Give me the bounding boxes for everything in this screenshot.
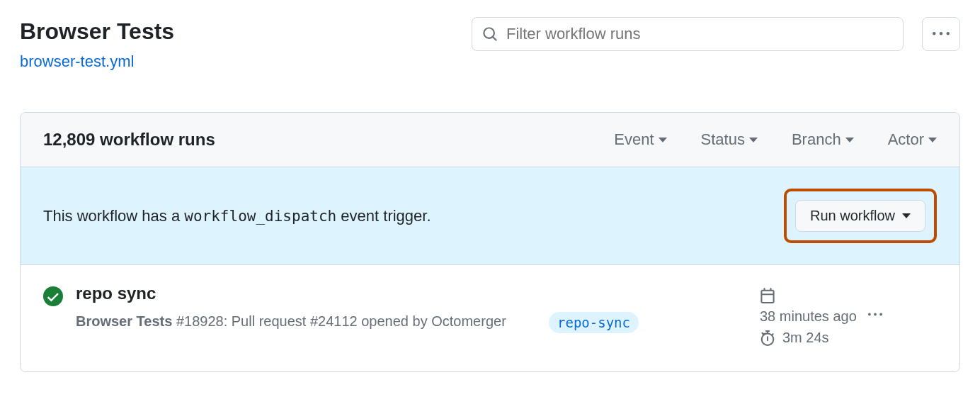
run-duration: 3m 24s	[782, 330, 829, 346]
success-status-icon	[43, 286, 63, 309]
stopwatch-icon	[760, 330, 775, 346]
panel-header: 12,809 workflow runs Event Status Branch…	[21, 113, 959, 167]
caret-down-icon	[902, 213, 911, 218]
run-title[interactable]: repo sync	[76, 284, 536, 303]
workflow-runs-panel: 12,809 workflow runs Event Status Branch…	[20, 112, 960, 372]
caret-down-icon	[749, 138, 758, 142]
run-time-ago: 38 minutes ago	[760, 308, 857, 325]
more-options-button[interactable]	[922, 17, 960, 51]
caret-down-icon	[928, 138, 937, 142]
kebab-icon	[933, 26, 950, 43]
run-workflow-button[interactable]: Run workflow	[795, 200, 925, 232]
workflow-file-link[interactable]: browser-test.yml	[20, 52, 134, 71]
search-input[interactable]	[506, 25, 893, 43]
run-workflow-highlight: Run workflow	[784, 189, 937, 243]
workflow-run-row[interactable]: repo sync Browser Tests #18928: Pull req…	[21, 265, 959, 371]
run-more-button[interactable]	[868, 308, 882, 325]
caret-down-icon	[659, 138, 667, 142]
caret-down-icon	[845, 138, 854, 142]
dispatch-text: This workflow has a workflow_dispatch ev…	[43, 207, 784, 225]
filter-branch[interactable]: Branch	[792, 130, 854, 149]
workflow-dispatch-banner: This workflow has a workflow_dispatch ev…	[21, 167, 959, 265]
branch-chip[interactable]: repo-sync	[549, 312, 639, 333]
search-field[interactable]	[472, 17, 904, 51]
page-title: Browser Tests	[20, 17, 460, 45]
dispatch-code: workflow_dispatch	[184, 208, 336, 225]
run-subtitle: Browser Tests #18928: Pull request #2411…	[76, 310, 536, 332]
filter-actor[interactable]: Actor	[888, 130, 937, 149]
kebab-icon	[868, 308, 882, 322]
svg-point-0	[43, 286, 63, 306]
filter-event[interactable]: Event	[614, 130, 666, 149]
filter-status[interactable]: Status	[701, 130, 758, 149]
calendar-icon	[760, 288, 775, 303]
runs-count-label: 12,809 workflow runs	[43, 130, 614, 150]
search-icon	[482, 26, 498, 42]
